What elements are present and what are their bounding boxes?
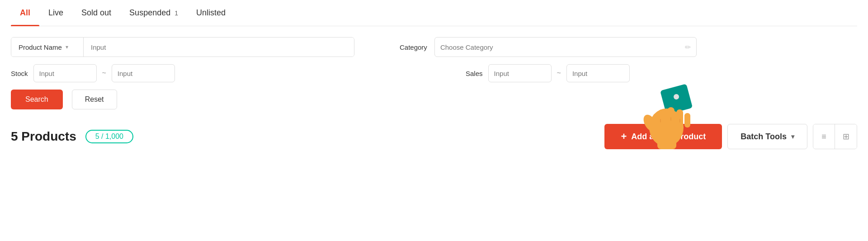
reset-button[interactable]: Reset (72, 90, 117, 109)
batch-tools-button[interactable]: Batch Tools ▾ (727, 124, 807, 149)
products-count: 5 Products (11, 129, 76, 144)
filter-actions-row: Search Reset (11, 90, 857, 109)
grid-view-icon: ⊞ (843, 132, 849, 142)
list-view-button[interactable]: ≡ (813, 124, 835, 149)
batch-tools-chevron-icon: ▾ (791, 133, 794, 140)
sales-separator: ~ (557, 69, 561, 77)
reset-button-label: Reset (85, 95, 104, 103)
tab-suspended[interactable]: Suspended 1 (120, 0, 187, 26)
product-name-dropdown[interactable]: Product Name ▾ (11, 38, 84, 57)
search-button[interactable]: Search (11, 90, 63, 109)
tab-all[interactable]: All (11, 0, 39, 26)
sales-label: Sales (466, 70, 483, 77)
stock-sales-row: Stock ~ Sales ~ (11, 64, 857, 82)
batch-tools-label: Batch Tools (741, 132, 787, 142)
tab-live[interactable]: Live (39, 0, 72, 26)
view-toggle: ≡ ⊞ (813, 124, 857, 149)
add-product-plus-icon: + (621, 131, 627, 142)
stock-label: Stock (11, 70, 28, 77)
tab-sold-out[interactable]: Sold out (72, 0, 120, 26)
sales-to-input[interactable] (566, 64, 630, 82)
add-product-button[interactable]: + Add a New Product (604, 124, 722, 149)
tab-unlisted-label: Unlisted (196, 8, 226, 17)
filter-row-1: Product Name ▾ Category ✏ (11, 37, 857, 57)
filter-section: Product Name ▾ Category ✏ Stock (11, 26, 857, 109)
grid-view-button[interactable]: ⊞ (835, 124, 857, 149)
tab-all-label: All (20, 8, 30, 17)
search-button-label: Search (25, 95, 48, 103)
products-quota: 5 / 1,000 (85, 130, 133, 143)
product-name-label: Product Name (19, 43, 62, 51)
sales-from-input[interactable] (488, 64, 552, 82)
right-actions: + Add a New Product Batch Tools ▾ ≡ ⊞ (604, 124, 857, 149)
product-name-chevron-icon: ▾ (66, 44, 68, 50)
category-group: Category ✏ (400, 37, 857, 57)
tabs-bar: All Live Sold out Suspended 1 Unlisted (11, 0, 857, 26)
stock-to-input[interactable] (112, 64, 175, 82)
add-product-label: Add a New Product (631, 132, 706, 142)
tab-sold-out-label: Sold out (81, 8, 111, 17)
main-container: All Live Sold out Suspended 1 Unlisted P… (0, 0, 868, 149)
bottom-row: 5 Products 5 / 1,000 (11, 109, 857, 149)
stock-from-input[interactable] (33, 64, 97, 82)
product-name-group: Product Name ▾ (11, 37, 354, 57)
tab-suspended-label: Suspended (129, 8, 170, 17)
tab-suspended-badge: 1 (175, 9, 178, 17)
category-label: Category (400, 43, 427, 51)
product-name-input[interactable] (84, 38, 354, 57)
tab-unlisted[interactable]: Unlisted (187, 0, 235, 26)
products-info: 5 Products 5 / 1,000 (11, 129, 133, 144)
tab-live-label: Live (48, 8, 63, 17)
category-input[interactable] (440, 43, 685, 51)
list-view-icon: ≡ (821, 132, 826, 142)
category-input-wrapper: ✏ (434, 37, 697, 57)
stock-separator: ~ (102, 69, 106, 77)
svg-rect-5 (667, 107, 675, 126)
edit-icon[interactable]: ✏ (685, 43, 691, 52)
